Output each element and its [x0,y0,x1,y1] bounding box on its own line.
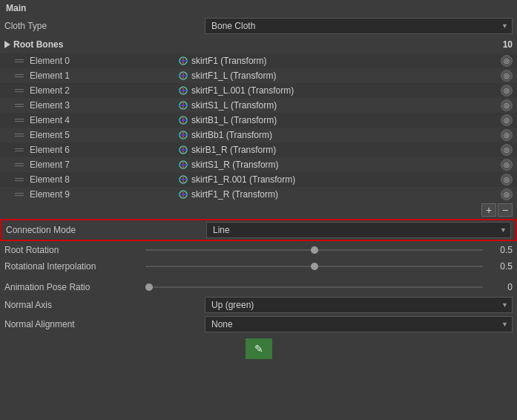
element-select-btn[interactable]: ◎ [501,114,513,126]
root-rotation-label: Root Rotation [4,245,145,255]
transform-icon [178,145,188,155]
drag-handle-icon [15,119,24,122]
normal-axis-label: Normal Axis [4,300,205,310]
animation-pose-ratio-label: Animation Pose Ratio [4,282,145,292]
element-label: Element 6 [30,145,178,155]
element-select-btn[interactable]: ◎ [501,55,513,67]
drag-handle-icon [15,148,24,151]
animation-pose-ratio-row: Animation Pose Ratio 0 [0,279,517,295]
transform-icon [178,100,188,111]
rotational-interpolation-value: 0.5 [483,261,513,272]
normal-axis-row: Normal Axis Up (green) Down Left Right F… [0,295,517,315]
element-label: Element 7 [30,160,178,170]
table-row: Element 7 skirtS1_R (Transform) ◎ [0,157,517,172]
root-bones-count: 10 [503,39,513,50]
element-label: Element 1 [30,70,178,81]
element-value: skirtB1_L (Transform) ◎ [178,114,513,126]
root-rotation-slider[interactable] [145,249,483,251]
element-value: skirtF1 (Transform) ◎ [178,55,513,67]
drag-handle-icon [15,89,24,92]
drag-handle-icon [15,134,24,137]
connection-mode-row: Connection Mode Line Triangle Transform [0,219,517,241]
element-value: skirtBb1 (Transform) ◎ [178,129,513,141]
element-select-btn[interactable]: ◎ [501,85,513,96]
drag-handle-icon [15,104,24,107]
table-row: Element 1 skirtF1_L (Transform) ◎ [0,68,517,83]
normal-alignment-label: Normal Alignment [4,319,205,329]
element-value: skirtF1_L.001 (Transform) ◎ [178,85,513,96]
drag-handle-icon [15,193,24,196]
table-row: Element 9 skirtF1_R (Transform) ◎ [0,187,517,202]
normal-alignment-dropdown-wrapper: None Local World [205,316,513,332]
drag-handle-icon [15,178,24,181]
element-label: Element 5 [30,130,178,140]
normal-alignment-select[interactable]: None Local World [205,316,513,332]
animation-pose-ratio-slider[interactable] [145,286,483,288]
table-row: Element 8 skirtF1_R.001 (Transform) ◎ [0,172,517,187]
element-select-btn[interactable]: ◎ [501,70,513,82]
drag-handle-icon [15,59,24,62]
rotational-interpolation-label: Rotational Interpolation [4,261,145,272]
element-select-btn[interactable]: ◎ [501,129,513,141]
element-value: skirtF1_R (Transform) ◎ [178,188,513,200]
table-row: Element 4 skirtB1_L (Transform) ◎ [0,113,517,128]
rotational-interpolation-slider-container [145,261,483,272]
remove-element-button[interactable]: − [498,203,513,217]
table-row: Element 6 skirB1_R (Transform) ◎ [0,142,517,157]
element-select-btn[interactable]: ◎ [501,99,513,111]
drag-handle-icon [15,74,24,77]
section-header: Main [0,0,517,16]
element-select-btn[interactable]: ◎ [501,174,513,186]
cloth-type-row: Cloth Type Bone Cloth Mesh Cloth [0,16,517,36]
transform-icon [178,56,188,66]
rotational-interpolation-row: Rotational Interpolation 0.5 [0,258,517,275]
edit-button[interactable]: ✎ [246,338,272,359]
element-label: Element 3 [30,100,178,111]
normal-axis-select[interactable]: Up (green) Down Left Right Forward Back [205,297,513,313]
table-row: Element 2 skirtF1_L.001 (Transform) ◎ [0,83,517,98]
connection-mode-select[interactable]: Line Triangle Transform [206,222,511,238]
add-element-button[interactable]: + [481,203,496,217]
element-value: skirtF1_R.001 (Transform) ◎ [178,174,513,186]
triangle-expand-icon[interactable] [4,41,10,48]
transform-icon [178,70,188,81]
element-value: skirB1_R (Transform) ◎ [178,144,513,156]
normal-axis-dropdown-wrapper: Up (green) Down Left Right Forward Back [205,297,513,313]
element-label: Element 4 [30,115,178,125]
connection-mode-dropdown-wrapper: Line Triangle Transform [206,222,511,238]
element-value: skirtS1_L (Transform) ◎ [178,99,513,111]
cloth-type-select[interactable]: Bone Cloth Mesh Cloth [205,18,513,34]
root-bones-label: Root Bones [13,39,503,50]
connection-mode-label: Connection Mode [6,225,206,235]
drag-handle-icon [15,163,24,166]
table-row: Element 5 skirtBb1 (Transform) ◎ [0,128,517,142]
cloth-type-label: Cloth Type [4,21,205,31]
element-label: Element 8 [30,174,178,185]
normal-alignment-row: Normal Alignment None Local World [0,315,517,334]
transform-icon [178,160,188,170]
transform-icon [178,174,188,185]
root-bones-header: Root Bones 10 [0,36,517,53]
rotational-interpolation-slider[interactable] [145,266,483,267]
root-rotation-slider-container [145,245,483,255]
transform-icon [178,85,188,96]
element-select-btn[interactable]: ◎ [501,188,513,200]
animation-pose-ratio-value: 0 [483,282,513,292]
root-rotation-row: Root Rotation 0.5 [0,242,517,258]
root-rotation-value: 0.5 [483,245,513,255]
element-label: Element 2 [30,85,178,96]
transform-icon [178,189,188,200]
transform-icon [178,130,188,140]
transform-icon [178,115,188,125]
table-row: Element 3 skirtS1_L (Transform) ◎ [0,98,517,113]
animation-pose-ratio-slider-container [145,282,483,292]
panel: Main Cloth Type Bone Cloth Mesh Cloth Ro… [0,0,517,364]
edit-button-row: ✎ [0,334,517,364]
element-select-btn[interactable]: ◎ [501,159,513,171]
table-row: Element 0 skirtF1 (Transform) ◎ [0,53,517,68]
header-title: Main [6,3,26,13]
element-label: Element 9 [30,189,178,200]
add-remove-row: + − [0,202,517,218]
element-select-btn[interactable]: ◎ [501,144,513,156]
element-value: skirtS1_R (Transform) ◎ [178,159,513,171]
